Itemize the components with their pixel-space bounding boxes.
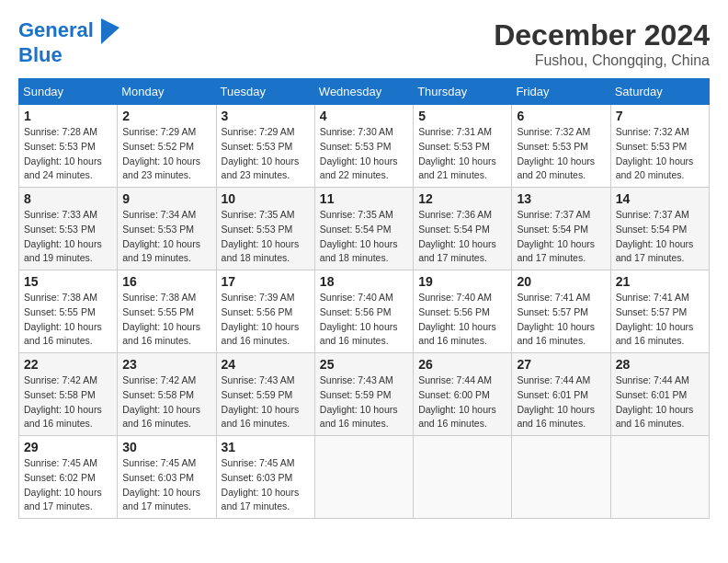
calendar-cell: 5Sunrise: 7:31 AMSunset: 5:53 PMDaylight… — [414, 105, 512, 188]
day-info: Sunrise: 7:32 AMSunset: 5:53 PMDaylight:… — [517, 125, 605, 183]
day-info: Sunrise: 7:44 AMSunset: 6:01 PMDaylight:… — [616, 373, 704, 431]
svg-marker-0 — [101, 18, 119, 44]
day-number: 23 — [122, 357, 210, 372]
day-number: 7 — [616, 109, 704, 123]
page-header: General Blue December 2024 Fushou, Chong… — [18, 18, 710, 69]
calendar-cell: 21Sunrise: 7:41 AMSunset: 5:57 PMDayligh… — [610, 270, 709, 353]
calendar-cell: 12Sunrise: 7:36 AMSunset: 5:54 PMDayligh… — [414, 188, 512, 270]
day-number: 2 — [122, 109, 210, 123]
day-number: 20 — [517, 274, 605, 289]
day-number: 1 — [24, 109, 112, 123]
title-block: December 2024 Fushou, Chongqing, China — [494, 18, 710, 69]
day-info: Sunrise: 7:40 AMSunset: 5:56 PMDaylight:… — [320, 291, 408, 349]
day-number: 17 — [222, 274, 310, 289]
calendar-cell: 9Sunrise: 7:34 AMSunset: 5:53 PMDaylight… — [118, 188, 216, 270]
day-number: 28 — [616, 357, 704, 372]
day-info: Sunrise: 7:32 AMSunset: 5:53 PMDaylight:… — [616, 125, 704, 183]
day-info: Sunrise: 7:38 AMSunset: 5:55 PMDaylight:… — [24, 291, 112, 349]
calendar-cell: 14Sunrise: 7:37 AMSunset: 5:54 PMDayligh… — [610, 188, 709, 270]
calendar-cell — [512, 436, 610, 519]
day-number: 21 — [616, 274, 704, 289]
day-info: Sunrise: 7:33 AMSunset: 5:53 PMDaylight:… — [24, 208, 112, 266]
calendar-cell — [414, 436, 512, 519]
day-number: 16 — [122, 274, 210, 289]
day-info: Sunrise: 7:29 AMSunset: 5:53 PMDaylight:… — [222, 125, 310, 183]
calendar-cell: 22Sunrise: 7:42 AMSunset: 5:58 PMDayligh… — [19, 353, 118, 436]
calendar-cell: 19Sunrise: 7:40 AMSunset: 5:56 PMDayligh… — [414, 270, 512, 353]
day-number: 8 — [24, 191, 112, 206]
col-header-saturday: Saturday — [610, 79, 709, 105]
calendar-cell: 24Sunrise: 7:43 AMSunset: 5:59 PMDayligh… — [216, 353, 314, 436]
day-info: Sunrise: 7:30 AMSunset: 5:53 PMDaylight:… — [320, 125, 408, 183]
day-info: Sunrise: 7:40 AMSunset: 5:56 PMDaylight:… — [418, 291, 506, 349]
day-info: Sunrise: 7:41 AMSunset: 5:57 PMDaylight:… — [616, 291, 704, 349]
day-number: 14 — [616, 191, 704, 206]
col-header-friday: Friday — [512, 79, 610, 105]
calendar-cell: 27Sunrise: 7:44 AMSunset: 6:01 PMDayligh… — [512, 353, 610, 436]
day-number: 31 — [222, 440, 310, 454]
col-header-monday: Monday — [118, 79, 216, 105]
day-number: 27 — [517, 357, 605, 372]
month-title: December 2024 — [494, 18, 710, 52]
day-info: Sunrise: 7:43 AMSunset: 5:59 PMDaylight:… — [222, 373, 310, 431]
day-number: 25 — [320, 357, 408, 372]
day-number: 10 — [222, 191, 310, 206]
calendar-cell — [610, 436, 709, 519]
calendar-cell: 23Sunrise: 7:42 AMSunset: 5:58 PMDayligh… — [118, 353, 216, 436]
day-info: Sunrise: 7:42 AMSunset: 5:58 PMDaylight:… — [122, 373, 210, 431]
day-number: 22 — [24, 357, 112, 372]
day-info: Sunrise: 7:41 AMSunset: 5:57 PMDaylight:… — [517, 291, 605, 349]
day-number: 30 — [122, 440, 210, 454]
col-header-thursday: Thursday — [414, 79, 512, 105]
day-info: Sunrise: 7:35 AMSunset: 5:53 PMDaylight:… — [222, 208, 310, 266]
calendar-week-row: 15Sunrise: 7:38 AMSunset: 5:55 PMDayligh… — [19, 270, 710, 353]
day-number: 12 — [418, 191, 506, 206]
day-number: 19 — [418, 274, 506, 289]
day-number: 6 — [517, 109, 605, 123]
calendar-header-row: SundayMondayTuesdayWednesdayThursdayFrid… — [19, 79, 710, 105]
day-number: 24 — [222, 357, 310, 372]
calendar-cell — [314, 436, 413, 519]
calendar-cell: 28Sunrise: 7:44 AMSunset: 6:01 PMDayligh… — [610, 353, 709, 436]
calendar-cell: 10Sunrise: 7:35 AMSunset: 5:53 PMDayligh… — [216, 188, 314, 270]
day-info: Sunrise: 7:45 AMSunset: 6:03 PMDaylight:… — [222, 456, 310, 514]
calendar-cell: 11Sunrise: 7:35 AMSunset: 5:54 PMDayligh… — [314, 188, 413, 270]
calendar-week-row: 29Sunrise: 7:45 AMSunset: 6:02 PMDayligh… — [19, 436, 710, 519]
day-number: 3 — [222, 109, 310, 123]
calendar-cell: 29Sunrise: 7:45 AMSunset: 6:02 PMDayligh… — [19, 436, 118, 519]
calendar-cell: 18Sunrise: 7:40 AMSunset: 5:56 PMDayligh… — [314, 270, 413, 353]
calendar-week-row: 8Sunrise: 7:33 AMSunset: 5:53 PMDaylight… — [19, 188, 710, 270]
day-info: Sunrise: 7:35 AMSunset: 5:54 PMDaylight:… — [320, 208, 408, 266]
day-info: Sunrise: 7:44 AMSunset: 6:01 PMDaylight:… — [517, 373, 605, 431]
calendar-cell: 1Sunrise: 7:28 AMSunset: 5:53 PMDaylight… — [19, 105, 118, 188]
calendar-cell: 31Sunrise: 7:45 AMSunset: 6:03 PMDayligh… — [216, 436, 314, 519]
logo: General Blue — [18, 18, 119, 66]
day-number: 13 — [517, 191, 605, 206]
col-header-wednesday: Wednesday — [314, 79, 413, 105]
day-number: 26 — [418, 357, 506, 372]
day-number: 5 — [418, 109, 506, 123]
day-info: Sunrise: 7:45 AMSunset: 6:02 PMDaylight:… — [24, 456, 112, 514]
calendar-cell: 13Sunrise: 7:37 AMSunset: 5:54 PMDayligh… — [512, 188, 610, 270]
calendar-cell: 4Sunrise: 7:30 AMSunset: 5:53 PMDaylight… — [314, 105, 413, 188]
calendar-cell: 30Sunrise: 7:45 AMSunset: 6:03 PMDayligh… — [118, 436, 216, 519]
day-number: 29 — [24, 440, 112, 454]
calendar-cell: 7Sunrise: 7:32 AMSunset: 5:53 PMDaylight… — [610, 105, 709, 188]
day-info: Sunrise: 7:37 AMSunset: 5:54 PMDaylight:… — [616, 208, 704, 266]
day-number: 4 — [320, 109, 408, 123]
day-info: Sunrise: 7:44 AMSunset: 6:00 PMDaylight:… — [418, 373, 506, 431]
day-number: 18 — [320, 274, 408, 289]
calendar-cell: 15Sunrise: 7:38 AMSunset: 5:55 PMDayligh… — [19, 270, 118, 353]
day-info: Sunrise: 7:37 AMSunset: 5:54 PMDaylight:… — [517, 208, 605, 266]
calendar-cell: 26Sunrise: 7:44 AMSunset: 6:00 PMDayligh… — [414, 353, 512, 436]
calendar-week-row: 22Sunrise: 7:42 AMSunset: 5:58 PMDayligh… — [19, 353, 710, 436]
day-info: Sunrise: 7:43 AMSunset: 5:59 PMDaylight:… — [320, 373, 408, 431]
col-header-sunday: Sunday — [19, 79, 118, 105]
day-number: 11 — [320, 191, 408, 206]
day-info: Sunrise: 7:31 AMSunset: 5:53 PMDaylight:… — [418, 125, 506, 183]
day-info: Sunrise: 7:29 AMSunset: 5:52 PMDaylight:… — [122, 125, 210, 183]
day-info: Sunrise: 7:28 AMSunset: 5:53 PMDaylight:… — [24, 125, 112, 183]
day-info: Sunrise: 7:45 AMSunset: 6:03 PMDaylight:… — [122, 456, 210, 514]
day-info: Sunrise: 7:34 AMSunset: 5:53 PMDaylight:… — [122, 208, 210, 266]
calendar-cell: 3Sunrise: 7:29 AMSunset: 5:53 PMDaylight… — [216, 105, 314, 188]
